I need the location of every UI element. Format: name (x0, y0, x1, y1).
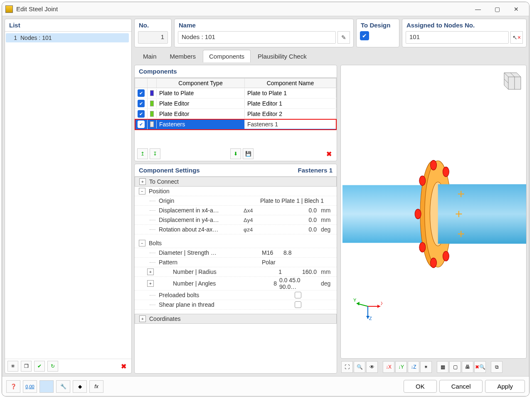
row-checkbox[interactable]: ✔ (138, 100, 145, 107)
preload-checkbox[interactable] (295, 292, 301, 298)
row-origin[interactable]: OriginPlate to Plate 1 | Blech 1 (135, 196, 337, 206)
no-input[interactable]: 1 (138, 31, 168, 44)
zoom-window-icon[interactable]: 🔍 (354, 361, 365, 373)
minimize-button[interactable]: — (468, 3, 488, 15)
list-panel: List 1 Nodes : 101 ✳ ❐ ✔ ↻ ✖ (5, 19, 132, 374)
fit-view-icon[interactable]: ⛶ (341, 361, 353, 373)
svg-point-6 (431, 160, 437, 170)
svg-marker-24 (377, 305, 380, 308)
svg-text:Y: Y (353, 298, 357, 303)
table-row-selected[interactable]: ✔ Fasteners Fasteners 1 (135, 119, 336, 130)
components-table: Component Type Component Name ✔ Plate to… (135, 78, 337, 130)
grid-icon[interactable]: ▦ (437, 361, 448, 373)
table-row[interactable]: ✔ Plate to Plate Plate to Plate 1 (135, 88, 336, 99)
maximize-button[interactable]: ▢ (488, 3, 507, 15)
group-to-connect[interactable]: +To Connect (135, 177, 337, 187)
ok-button[interactable]: OK (404, 380, 437, 393)
tab-plausibility[interactable]: Plausibility Check (251, 50, 313, 62)
axes-icon: X Y Z (353, 292, 382, 321)
model-preview[interactable]: X Y Z (340, 65, 527, 359)
todesign-box: To Design ✔ (356, 19, 399, 47)
components-toolbar: ↥ ↧ ⬇ 💾 ✖ (135, 147, 337, 161)
svg-point-12 (443, 251, 449, 261)
svg-marker-27 (357, 302, 360, 305)
print-icon[interactable]: 🖶 (462, 361, 473, 373)
svg-rect-5 (438, 184, 526, 244)
view-iso-icon[interactable]: ✴ (420, 361, 432, 373)
apply-button[interactable]: Apply (485, 380, 525, 393)
formula-icon[interactable]: fx (89, 380, 103, 393)
tab-members[interactable]: Members (164, 50, 202, 62)
list-toolbar: ✳ ❐ ✔ ↻ ✖ (5, 359, 131, 373)
view-z-icon[interactable]: ↓Z (408, 361, 419, 373)
color-swatch (150, 101, 154, 106)
save-icon[interactable]: 💾 (243, 148, 254, 159)
color-swatch (150, 111, 154, 117)
row-num-angles[interactable]: +Number | Angles80.0 45.0 90.0…deg (135, 277, 337, 291)
pick-nodes-icon[interactable]: ↖× (510, 31, 523, 44)
group-position[interactable]: −Position (135, 187, 337, 196)
group-coordinates[interactable]: +Coordinates (135, 314, 337, 324)
row-checkbox[interactable]: ✔ (138, 110, 145, 118)
reset-icon[interactable]: ✖🔍 (474, 361, 486, 373)
row-checkbox[interactable]: ✔ (138, 89, 145, 97)
detail-icon[interactable]: 🔧 (56, 380, 70, 393)
row-rz[interactable]: Rotation about z4-ax…φz40.0deg (135, 225, 337, 234)
svg-point-10 (419, 242, 426, 252)
svg-text:Z: Z (369, 316, 372, 321)
box-icon[interactable]: ▢ (449, 361, 461, 373)
svg-point-8 (419, 176, 426, 186)
color-icon[interactable] (39, 380, 54, 393)
move-up-icon[interactable]: ↥ (137, 148, 148, 159)
cancel-button[interactable]: Cancel (439, 380, 483, 393)
view-cube-icon[interactable] (498, 69, 523, 94)
view-y-icon[interactable]: ↓Y (395, 361, 407, 373)
tab-components[interactable]: Components (203, 50, 251, 62)
svg-point-9 (415, 209, 421, 219)
name-input[interactable]: Nodes : 101 (178, 31, 336, 44)
row-dy[interactable]: Displacement in y4-a…Δy40.0mm (135, 215, 337, 225)
row-num-radius[interactable]: +Number | Radius1160.0mm (135, 267, 337, 277)
shear-checkbox[interactable] (295, 301, 301, 308)
close-button[interactable]: ✕ (507, 3, 526, 15)
delete-icon[interactable]: ✖ (118, 361, 129, 372)
svg-text:X: X (381, 301, 382, 306)
table-row[interactable]: ✔ Plate Editor Plate Editor 2 (135, 109, 336, 119)
row-preload[interactable]: Preloaded bolts (135, 291, 337, 300)
new-icon[interactable]: ✳ (7, 361, 18, 372)
detach-icon[interactable]: ⧉ (491, 361, 502, 373)
todesign-checkbox[interactable]: ✔ (360, 31, 369, 40)
edit-name-icon[interactable]: ✎ (337, 31, 350, 44)
color-swatch (150, 121, 154, 127)
row-diameter[interactable]: Diameter | Strength …M168.8 (135, 248, 337, 258)
color-swatch (150, 90, 154, 96)
nodes-input[interactable]: 101 (406, 31, 509, 44)
list-item[interactable]: 1 Nodes : 101 (6, 33, 129, 42)
check-icon[interactable]: ✔ (34, 361, 45, 372)
name-field-box: Name Nodes : 101 ✎ (174, 19, 354, 47)
view-x-icon[interactable]: ↓X (383, 361, 394, 373)
no-field-box: No. 1 (134, 19, 172, 47)
dialog-footer: ❓ 0,00 🔧 ◆ fx OK Cancel Apply (2, 376, 529, 396)
assigned-nodes-box: Assigned to Nodes No. 101 ↖× (402, 19, 527, 47)
validate-icon[interactable]: ◆ (73, 380, 87, 393)
group-bolts[interactable]: −Bolts (135, 239, 337, 248)
svg-point-7 (443, 167, 449, 177)
help-icon[interactable]: ❓ (6, 380, 20, 393)
tab-main[interactable]: Main (137, 50, 163, 62)
units-icon[interactable]: 0,00 (23, 380, 37, 393)
refresh-icon[interactable]: ↻ (47, 361, 58, 372)
row-shear[interactable]: Shear plane in thread (135, 300, 337, 310)
import-icon[interactable]: ⬇ (230, 148, 241, 159)
row-dx[interactable]: Displacement in x4-a…Δx40.0mm (135, 206, 337, 215)
remove-row-icon[interactable]: ✖ (323, 148, 334, 159)
row-checkbox[interactable]: ✔ (138, 121, 145, 128)
list-header: List (5, 19, 131, 32)
move-down-icon[interactable]: ↧ (150, 148, 160, 159)
list-body: 1 Nodes : 101 (5, 32, 131, 359)
row-pattern[interactable]: PatternPolar (135, 258, 337, 267)
table-row[interactable]: ✔ Plate Editor Plate Editor 1 (135, 99, 336, 109)
preview-toolbar: ⛶ 🔍 👁 ↓X ↓Y ↓Z ✴ ▦ ▢ 🖶 ✖🔍 (340, 360, 527, 374)
copy-icon[interactable]: ❐ (21, 361, 32, 372)
show-loads-icon[interactable]: 👁 (366, 361, 378, 373)
